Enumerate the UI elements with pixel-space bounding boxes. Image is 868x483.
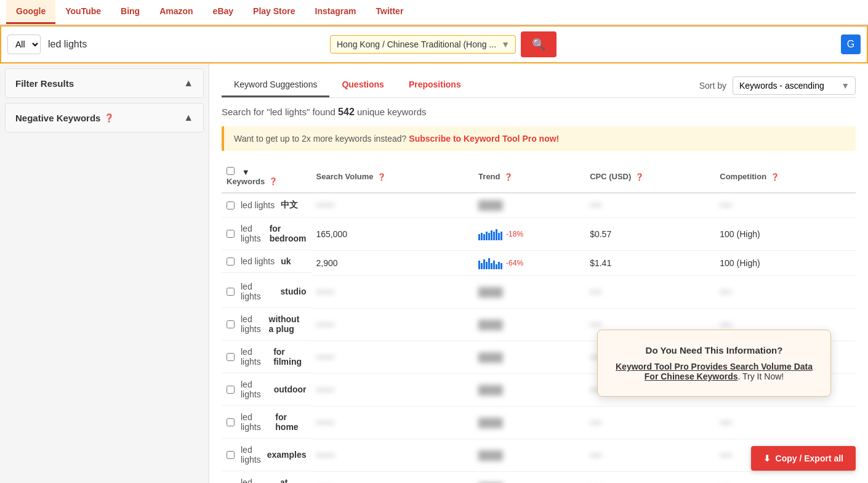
keyword-bold: studio [281, 286, 307, 296]
table-row: led lights for home ••••••████•••••••• [222, 406, 856, 439]
nav-tab-bing[interactable]: Bing [111, 0, 150, 24]
nav-tab-amazon[interactable]: Amazon [150, 0, 203, 24]
competition-cell: •••• [715, 471, 856, 483]
copy-export-button[interactable]: ⬇ Copy / Export all [751, 446, 856, 471]
th-keywords-label: Keywords [227, 177, 265, 186]
cpc-cell: •••• [585, 406, 715, 439]
competition-cell: 100 (High) [715, 250, 856, 275]
table-row: led lights 中文 ••••••████•••••••• [222, 193, 856, 217]
table-row: led lights studio ••••••████•••••••• [222, 275, 856, 308]
tab-prepositions[interactable]: Prepositions [396, 73, 473, 97]
search-button[interactable]: 🔍 [521, 31, 557, 57]
popup-suffix: . Try It Now! [738, 371, 784, 381]
search-volume-cell: •••••• [311, 275, 474, 308]
th-keywords-info-icon[interactable]: ❓ [269, 177, 278, 185]
filter-results-label: Filter Results [15, 78, 74, 89]
nav-tabs: Google YouTube Bing Amazon eBay Play Sto… [0, 0, 868, 25]
trend-cell: -64% [473, 250, 585, 275]
search-type-select[interactable]: All [7, 34, 41, 54]
blurred-cpc: •••• [590, 287, 602, 297]
th-search-volume-info-icon[interactable]: ❓ [377, 173, 386, 181]
blurred-value: •••••• [316, 200, 334, 210]
trend-cell: ████ [473, 341, 585, 373]
tab-questions[interactable]: Questions [329, 73, 396, 97]
negative-keywords-chevron-icon: ▲ [183, 112, 193, 123]
nav-tab-youtube[interactable]: YouTube [55, 0, 111, 24]
keyword-bold: for home [275, 412, 306, 432]
th-search-volume: Search Volume ❓ [311, 161, 474, 193]
location-select[interactable]: Hong Kong / Chinese Traditional (Hong ..… [330, 35, 516, 54]
blurred-trend: ████ [478, 385, 503, 395]
row-checkbox-5[interactable] [227, 353, 235, 361]
pro-data-popup: Do You Need This Information? Keyword To… [597, 330, 831, 397]
row-checkbox-8[interactable] [227, 451, 235, 459]
nav-tab-ebay[interactable]: eBay [203, 0, 243, 24]
row-checkbox-4[interactable] [227, 320, 235, 328]
keyword-base: led lights [241, 200, 275, 210]
search-volume-cell: •••••• [311, 373, 474, 406]
row-checkbox-3[interactable] [227, 288, 235, 296]
trend-cell: ████ [473, 193, 585, 217]
trend-bar [478, 257, 502, 269]
sort-arrow-icon: ▼ [242, 168, 250, 177]
blurred-trend: ████ [478, 320, 503, 330]
row-checkbox-7[interactable] [227, 418, 235, 426]
table-header: ▼ Keywords ❓ Search Volume ❓ Trend ❓ [222, 161, 856, 193]
search-volume-cell: •••••• [311, 193, 474, 217]
blurred-competition: •••• [720, 320, 732, 330]
th-cpc-info-icon[interactable]: ❓ [635, 173, 644, 181]
keyword-bold: for filming [273, 347, 306, 367]
keywords-table: ▼ Keywords ❓ Search Volume ❓ Trend ❓ [222, 161, 856, 483]
blurred-value: •••••• [316, 385, 334, 395]
cpc-cell: •••• [585, 193, 715, 217]
filter-results-header[interactable]: Filter Results ▲ [6, 69, 203, 97]
promo-link[interactable]: Subscribe to Keyword Tool Pro now! [409, 134, 559, 144]
negative-keywords-header[interactable]: Negative Keywords ❓ ▲ [6, 104, 203, 132]
promo-text: Want to get up to 2x more keywords inste… [234, 134, 406, 144]
tab-keyword-suggestions[interactable]: Keyword Suggestions [222, 73, 329, 97]
search-volume-cell: •••••• [311, 341, 474, 373]
search-input[interactable] [46, 36, 325, 52]
cpc-cell: $1.41 [585, 250, 715, 275]
row-checkbox-0[interactable] [227, 201, 235, 209]
main-content: Keyword Suggestions Questions Prepositio… [209, 63, 868, 483]
blurred-cpc: •••• [590, 200, 602, 210]
select-all-checkbox[interactable] [227, 167, 235, 175]
keyword-base: led lights [241, 380, 268, 399]
th-competition-info-icon[interactable]: ❓ [771, 173, 779, 181]
th-competition: Competition ❓ [715, 161, 856, 193]
keyword-cell: led lights uk [222, 250, 311, 273]
trend-bar [478, 228, 502, 240]
negative-keywords-info-icon[interactable]: ❓ [104, 113, 114, 123]
row-checkbox-1[interactable] [227, 230, 235, 238]
nav-tab-playstore[interactable]: Play Store [243, 0, 305, 24]
sort-wrapper: Keywords - ascending ▼ [733, 76, 856, 95]
nav-tab-twitter[interactable]: Twitter [366, 0, 413, 24]
blurred-competition: •••• [720, 287, 732, 297]
search-volume-cell: •••••• [311, 406, 474, 439]
extension-icon[interactable]: G [841, 34, 861, 54]
sort-select[interactable]: Keywords - ascending [733, 76, 856, 95]
copy-label: Copy / Export all [776, 453, 843, 463]
table-row: led lights uk 2,900-64%$1.41100 (High) [222, 250, 856, 275]
row-checkbox-2[interactable] [227, 258, 235, 266]
competition-cell: 100 (High) [715, 217, 856, 250]
filter-chevron-icon: ▲ [183, 78, 193, 89]
trend-cell: ████ [473, 373, 585, 406]
competition-cell: •••• [715, 406, 856, 439]
blurred-competition: •••• [720, 200, 732, 210]
main-layout: Filter Results ▲ Negative Keywords ❓ ▲ K… [0, 63, 868, 483]
blurred-trend: ████ [478, 200, 503, 210]
th-trend-info-icon[interactable]: ❓ [504, 173, 513, 181]
trend-cell: ████ [473, 439, 585, 471]
blurred-value: •••••• [316, 352, 334, 362]
keyword-base: led lights [241, 477, 274, 483]
nav-tab-instagram[interactable]: Instagram [305, 0, 366, 24]
nav-tab-google[interactable]: Google [6, 0, 55, 24]
blurred-competition: •••• [720, 418, 732, 428]
row-checkbox-6[interactable] [227, 386, 235, 394]
keyword-cell: led lights outdoor [222, 373, 311, 406]
search-volume-cell: •••••• [311, 471, 474, 483]
keyword-cell: led lights 中文 [222, 193, 311, 217]
keyword-cell: led lights for bedroom [222, 217, 311, 250]
